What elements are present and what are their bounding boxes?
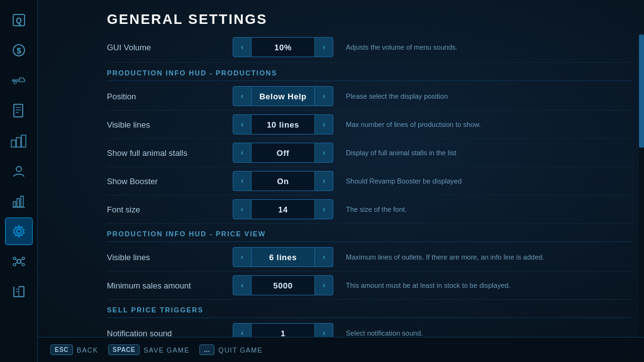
quit-game-label: QUIT GAME — [218, 346, 263, 354]
animal-stalls-control: ‹ Off › — [233, 143, 333, 163]
quit-game-button[interactable]: ... QUIT GAME — [199, 344, 262, 355]
svg-line-26 — [21, 263, 23, 264]
svg-rect-15 — [21, 196, 23, 207]
sidebar-item-gun[interactable] — [5, 67, 33, 94]
font-size-desc: The size of the font. — [346, 206, 631, 213]
svg-rect-4 — [14, 81, 16, 84]
back-button[interactable]: ESC BACK — [50, 344, 98, 355]
min-sales-label: Minimum sales amount — [107, 281, 233, 290]
visible-lines-prod-desc: Max number of lines of productsion to sh… — [346, 121, 631, 128]
visible-lines-prod-decrease-button[interactable]: ‹ — [233, 114, 252, 134]
position-increase-button[interactable]: › — [314, 86, 333, 106]
notification-sound-control: ‹ 1 › — [233, 323, 333, 337]
scrollbar-track[interactable] — [639, 35, 644, 337]
animal-stalls-increase-button[interactable]: › — [314, 143, 333, 163]
section-header-productions: PRODUCTION INFO HUD - PRODUCTIONS — [107, 63, 631, 81]
notification-sound-desc: Select notification sound. — [346, 329, 631, 337]
svg-text:Q: Q — [16, 16, 21, 25]
save-game-label: SAVE GAME — [143, 346, 189, 354]
main-content: GENERAL SETTINGS GUI Volume ‹ 10% › Adju… — [38, 0, 644, 337]
font-size-label: Font size — [107, 205, 233, 214]
visible-lines-price-desc: Maximum lines of outlets. If there are m… — [346, 253, 631, 261]
visible-lines-price-label: Visible lines — [107, 253, 233, 262]
sidebar-item-production[interactable] — [5, 127, 33, 155]
min-sales-increase-button[interactable]: › — [314, 275, 333, 295]
section-header-sell-triggers: SELL PRICE TRIGGERS — [107, 300, 631, 318]
min-sales-desc: This amount must be at least in stock to… — [346, 282, 631, 289]
section-header-price-view: PRODUCTION INFO HUD - PRICE VIEW — [107, 224, 631, 242]
back-label: BACK — [77, 346, 98, 354]
sidebar-item-money[interactable]: $ — [5, 36, 33, 64]
min-sales-decrease-button[interactable]: ‹ — [233, 275, 252, 295]
svg-rect-13 — [13, 202, 16, 207]
gui-volume-decrease-button[interactable]: ‹ — [233, 37, 252, 57]
svg-rect-11 — [21, 135, 26, 147]
notification-sound-decrease-button[interactable]: ‹ — [233, 323, 252, 337]
booster-decrease-button[interactable]: ‹ — [233, 171, 252, 191]
visible-lines-prod-increase-button[interactable]: › — [314, 114, 333, 134]
save-game-button[interactable]: SPACE SAVE GAME — [108, 344, 189, 355]
page-title: GENERAL SETTINGS — [38, 0, 644, 34]
gui-volume-increase-button[interactable]: › — [314, 37, 333, 57]
svg-point-19 — [13, 257, 16, 260]
visible-lines-price-increase-button[interactable]: › — [314, 247, 333, 267]
esc-key-badge: ESC — [50, 344, 73, 355]
settings-area[interactable]: GUI Volume ‹ 10% › Adjusts the volume of… — [38, 35, 644, 337]
svg-rect-9 — [11, 140, 16, 147]
setting-row-font-size: Font size ‹ 14 › The size of the font. — [107, 195, 631, 224]
setting-row-visible-lines-price: Visible lines ‹ 6 lines › Maximum lines … — [107, 243, 631, 272]
setting-row-visible-lines-prod: Visible lines ‹ 10 lines › Max number of… — [107, 111, 631, 139]
booster-desc: Should Revamp Booster be displayed — [346, 177, 631, 185]
gui-volume-label: GUI Volume — [107, 43, 233, 52]
notification-sound-label: Notification sound — [107, 329, 233, 337]
position-label: Position — [107, 92, 233, 101]
setting-row-notification-sound: Notification sound ‹ 1 › Select notifica… — [107, 319, 631, 337]
quit-key-badge: ... — [199, 344, 214, 355]
visible-lines-price-control: ‹ 6 lines › — [233, 247, 333, 267]
gui-volume-row: GUI Volume ‹ 10% › Adjusts the volume of… — [107, 35, 631, 63]
font-size-increase-button[interactable]: › — [314, 199, 333, 219]
booster-label: Show Booster — [107, 177, 233, 186]
sidebar-item-quest[interactable]: Q — [5, 6, 33, 34]
sidebar-item-settings[interactable] — [5, 217, 33, 245]
svg-rect-10 — [16, 138, 21, 147]
booster-increase-button[interactable]: › — [314, 171, 333, 191]
animal-stalls-label: Show full animal stalls — [107, 148, 233, 158]
scrollbar-thumb[interactable] — [639, 35, 644, 148]
setting-row-animal-stalls: Show full animal stalls ‹ Off › Display … — [107, 139, 631, 167]
bottom-bar: ESC BACK SPACE SAVE GAME ... QUIT GAME — [38, 337, 644, 362]
notification-sound-value: 1 — [252, 323, 314, 337]
svg-point-18 — [17, 260, 21, 263]
sidebar: Q $ — [0, 0, 38, 362]
svg-point-12 — [16, 167, 21, 172]
sidebar-item-chart[interactable] — [5, 187, 33, 215]
svg-text:$: $ — [16, 46, 21, 55]
visible-lines-price-value: 6 lines — [252, 247, 314, 267]
gui-volume-control: ‹ 10% › — [233, 37, 333, 57]
setting-row-booster: Show Booster ‹ On › Should Revamp Booste… — [107, 167, 631, 195]
font-size-value: 14 — [252, 199, 314, 219]
position-value: Below Help — [252, 86, 314, 106]
min-sales-value: 5000 — [252, 275, 314, 295]
svg-line-23 — [15, 260, 17, 261]
font-size-decrease-button[interactable]: ‹ — [233, 199, 252, 219]
svg-point-21 — [13, 263, 16, 266]
gui-volume-value: 10% — [252, 37, 314, 57]
sidebar-item-notes[interactable] — [5, 97, 33, 124]
animal-stalls-decrease-button[interactable]: ‹ — [233, 143, 252, 163]
animal-stalls-value: Off — [252, 143, 314, 163]
sidebar-item-network[interactable] — [5, 248, 33, 275]
svg-point-22 — [22, 263, 25, 266]
position-control: ‹ Below Help › — [233, 86, 333, 106]
notification-sound-increase-button[interactable]: › — [314, 323, 333, 337]
visible-lines-price-decrease-button[interactable]: ‹ — [233, 247, 252, 267]
svg-rect-5 — [14, 104, 23, 117]
sidebar-item-profile[interactable] — [5, 157, 33, 185]
position-decrease-button[interactable]: ‹ — [233, 86, 252, 106]
animal-stalls-desc: Display of full animal stalls in the lis… — [346, 149, 631, 156]
svg-line-24 — [21, 260, 23, 261]
setting-row-min-sales: Minimum sales amount ‹ 5000 › This amoun… — [107, 272, 631, 300]
svg-line-25 — [15, 263, 17, 264]
sidebar-item-help[interactable] — [5, 278, 33, 305]
space-key-badge: SPACE — [108, 344, 140, 355]
